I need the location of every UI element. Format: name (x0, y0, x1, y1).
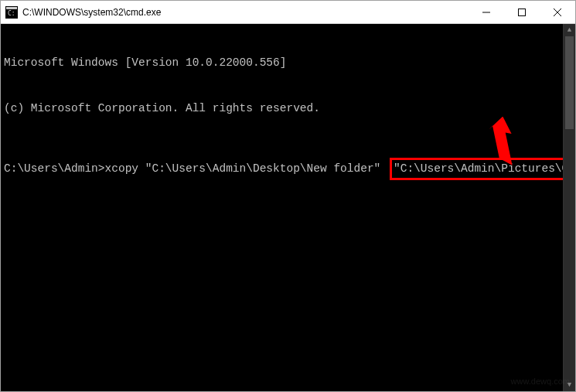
close-button[interactable] (540, 1, 575, 23)
terminal-area[interactable]: Microsoft Windows [Version 10.0.22000.55… (1, 24, 575, 391)
cmd-icon: C: (5, 6, 18, 19)
scroll-thumb[interactable] (565, 36, 574, 129)
version-line: Microsoft Windows [Version 10.0.22000.55… (4, 56, 572, 71)
vertical-scrollbar[interactable]: ▲ ▼ (563, 24, 575, 391)
cmd-window: C: C:\WINDOWS\system32\cmd.exe Microsoft… (0, 0, 576, 392)
watermark-text: www.dewq.com (511, 377, 570, 386)
minimize-button[interactable] (469, 1, 504, 23)
window-controls (469, 1, 575, 23)
window-title: C:\WINDOWS\system32\cmd.exe (22, 7, 469, 18)
svg-rect-1 (6, 7, 17, 9)
scroll-up-arrow-icon[interactable]: ▲ (564, 24, 575, 36)
command-text: xcopy "C:\Users\Admin\Desktop\New folder… (105, 162, 387, 177)
highlighted-dest-path: "C:\Users\Admin\Pictures\Copy" (390, 158, 575, 181)
svg-text:C:: C: (8, 10, 15, 17)
copyright-line: (c) Microsoft Corporation. All rights re… (4, 101, 572, 117)
prompt-text: C:\Users\Admin> (4, 162, 105, 177)
command-line: C:\Users\Admin>xcopy "C:\Users\Admin\Des… (4, 158, 572, 181)
maximize-button[interactable] (504, 1, 540, 23)
svg-rect-4 (519, 9, 526, 15)
titlebar[interactable]: C: C:\WINDOWS\system32\cmd.exe (1, 1, 575, 24)
